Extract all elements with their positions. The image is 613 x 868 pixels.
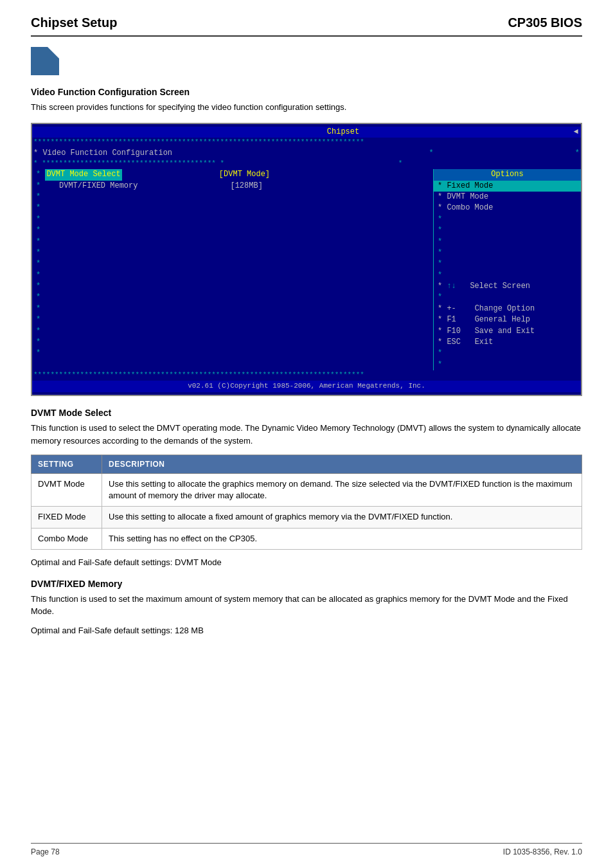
bios-key-select-screen: * ↑↓ Select Screen: [434, 281, 581, 292]
table-cell-setting: DVMT Mode: [31, 474, 102, 507]
bios-key-esc: * ESC Exit: [434, 337, 581, 348]
bios-key-change-option: * +- Change Option: [434, 303, 581, 314]
bios-option-dvmt: * DVMT Mode: [434, 192, 581, 203]
section1-desc: This screen provides functions for speci…: [31, 101, 582, 114]
section2-heading: DVMT Mode Select: [31, 408, 582, 418]
bios-option-combo: * Combo Mode: [434, 203, 581, 213]
bios-screen: Chipset ◄ ******************************…: [31, 123, 582, 397]
settings-table: SETTING DESCRIPTION DVMT Mode Use this s…: [31, 455, 582, 550]
table-cell-desc: This setting has no effect on the CP305.: [102, 528, 582, 549]
bios-stars-bottom: ****************************************…: [32, 370, 581, 381]
bios-main: * DVMT Mode Select [DVMT Mode] * DVMT/FI…: [32, 169, 581, 370]
bios-menu-title: * Video Function Configuration * *: [32, 148, 581, 159]
table-row: FIXED Mode Use this setting to allocate …: [31, 507, 582, 528]
table-row: Combo Mode This setting has no effect on…: [31, 528, 582, 549]
header-title: Chipset Setup: [31, 15, 117, 30]
section1-heading: Video Function Configuration Screen: [31, 87, 582, 97]
bios-options-header: Options: [434, 169, 581, 180]
bios-stars-mid: * **************************************…: [32, 159, 581, 169]
section2-desc: This function is used to select the DMVT…: [31, 422, 582, 447]
bios-key-f1: * F1 General Help: [434, 314, 581, 325]
bios-footer: v02.61 (C)Copyright 1985-2006, American …: [32, 381, 581, 392]
corner-icon: [31, 47, 59, 75]
bios-row-dvmt-mode: * DVMT Mode Select [DVMT Mode]: [35, 169, 431, 180]
table-cell-setting: Combo Mode: [31, 528, 102, 549]
bios-option-fixed: * Fixed Mode: [434, 181, 581, 192]
table-cell-desc: Use this setting to allocate the graphic…: [102, 474, 582, 507]
footer-id: ID 1035-8356, Rev. 1.0: [503, 847, 582, 856]
table-header-setting: SETTING: [31, 455, 102, 474]
bios-stars-top: ****************************************…: [32, 138, 581, 148]
table-cell-desc: Use this setting to allocate a fixed amo…: [102, 507, 582, 528]
section3-optimal: Optimal and Fail-Safe default settings: …: [31, 626, 582, 635]
table-header-desc: DESCRIPTION: [102, 455, 582, 474]
bios-title-bar: Chipset ◄: [32, 127, 581, 138]
table-row: DVMT Mode Use this setting to allocate t…: [31, 474, 582, 507]
bios-chipset-label: Chipset: [327, 127, 359, 138]
header-bios: CP305 BIOS: [508, 15, 582, 30]
page-footer: Page 78 ID 1035-8356, Rev. 1.0: [31, 843, 582, 856]
footer-page: Page 78: [31, 847, 60, 856]
bios-row-dvmt-fixed: * DVMT/FIXED Memory [128MB]: [35, 181, 431, 192]
section2-optimal: Optimal and Fail-Safe default settings: …: [31, 557, 582, 567]
section3-desc: This function is used to set the maximum…: [31, 593, 582, 618]
bios-left-panel: * DVMT Mode Select [DVMT Mode] * DVMT/FI…: [32, 169, 433, 370]
table-cell-setting: FIXED Mode: [31, 507, 102, 528]
page-header: Chipset Setup CP305 BIOS: [31, 15, 582, 37]
bios-right-panel: Options * Fixed Mode * DVMT Mode * Combo…: [433, 169, 581, 370]
bios-key-f10: * F10 Save and Exit: [434, 326, 581, 337]
section3-heading: DVMT/FIXED Memory: [31, 579, 582, 589]
